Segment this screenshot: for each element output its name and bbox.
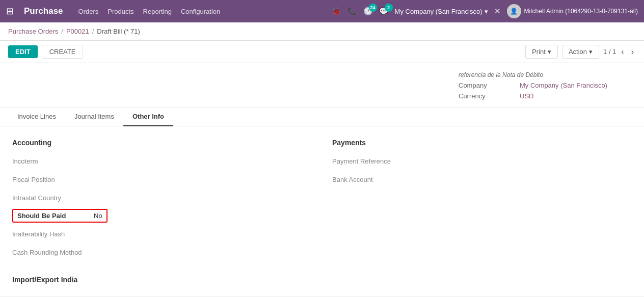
nav-configuration[interactable]: Configuration: [181, 8, 220, 15]
company-label: Company: [459, 82, 520, 89]
tab-journal-items[interactable]: Journal Items: [65, 107, 123, 126]
breadcrumb-sep-2: /: [92, 28, 94, 35]
currency-row: Currency USD: [459, 92, 632, 100]
pager: 1 / 1 ‹ ›: [603, 47, 636, 57]
tabs-bar: Invoice Lines Journal Items Other Info: [0, 107, 644, 126]
company-name: My Company (San Francisco): [395, 8, 482, 15]
fiscal-position-label: Fiscal Position: [12, 176, 94, 183]
chat-icon[interactable]: 💬 2: [379, 7, 389, 16]
nav-products[interactable]: Products: [108, 8, 133, 15]
info-right-panel: referencia de la Nota de Débito Company …: [459, 71, 632, 103]
intrastat-label: Intrastat Country: [12, 194, 94, 202]
pager-next[interactable]: ›: [629, 47, 636, 57]
clock-icon[interactable]: 🕐 24: [363, 7, 373, 16]
action-chevron-icon: ▾: [589, 48, 593, 56]
tab-other-info[interactable]: Other Info: [123, 107, 173, 126]
pager-count: 1 / 1: [603, 48, 616, 56]
nav-orders[interactable]: Orders: [78, 8, 99, 15]
cash-rounding-row: Cash Rounding Method: [12, 245, 312, 259]
incoterm-label: Incoterm: [12, 157, 94, 165]
action-button[interactable]: Action ▾: [562, 45, 599, 59]
print-label: Print: [532, 48, 546, 56]
print-chevron-icon: ▾: [548, 48, 551, 56]
breadcrumb-p00021[interactable]: P00021: [66, 28, 89, 35]
settings-icon[interactable]: ✕: [494, 7, 501, 16]
cash-rounding-label: Cash Rounding Method: [12, 249, 94, 256]
tab-invoice-lines[interactable]: Invoice Lines: [8, 107, 65, 126]
print-button[interactable]: Print ▾: [525, 45, 558, 59]
import-export-title: Import/Export India: [12, 272, 312, 284]
pager-prev[interactable]: ‹: [619, 47, 626, 57]
payment-reference-row: Payment Reference: [332, 154, 632, 168]
phone-icon[interactable]: 📞: [347, 7, 357, 16]
breadcrumb-sep-1: /: [61, 28, 63, 35]
nav-reporting[interactable]: Reporting: [143, 8, 172, 15]
company-row: Company My Company (San Francisco): [459, 82, 632, 89]
breadcrumb-purchase-orders[interactable]: Purchase Orders: [8, 28, 58, 35]
currency-label: Currency: [459, 92, 520, 100]
company-value[interactable]: My Company (San Francisco): [520, 82, 607, 89]
should-be-paid-field[interactable]: Should Be Paid No: [12, 209, 108, 223]
should-be-paid-label: Should Be Paid: [17, 212, 84, 220]
other-info-content: Accounting Incoterm Fiscal Position Intr…: [0, 126, 644, 296]
accounting-title: Accounting: [12, 139, 312, 147]
create-button[interactable]: CREATE: [42, 45, 84, 59]
action-label: Action: [569, 48, 587, 56]
app-name: Purchase: [24, 6, 63, 16]
nav-links: Orders Products Reporting Configuration: [78, 8, 221, 15]
incoterm-row: Incoterm: [12, 154, 312, 168]
company-selector[interactable]: My Company (San Francisco) ▾: [395, 8, 488, 15]
inalterability-row: Inalterability Hash: [12, 227, 312, 241]
user-name: Mitchell Admin (1064290-13-0-709131-all): [524, 8, 638, 15]
should-be-paid-value: No: [94, 212, 102, 220]
main-content: referencia de la Nota de Débito Company …: [0, 63, 644, 296]
breadcrumb: Purchase Orders / P00021 / Draft Bill (*…: [0, 22, 644, 41]
top-info-section: referencia de la Nota de Débito Company …: [0, 63, 644, 107]
payments-section: Payments Payment Reference Bank Account: [332, 139, 632, 284]
chat-badge: 2: [385, 4, 393, 12]
accounting-section: Accounting Incoterm Fiscal Position Intr…: [12, 139, 312, 284]
app-grid-icon[interactable]: ⊞: [6, 6, 14, 17]
bank-account-label: Bank Account: [332, 176, 414, 183]
top-icons: 🐞 📞 🕐 24 💬 2 My Company (San Francisco) …: [332, 4, 638, 18]
inalterability-label: Inalterability Hash: [12, 230, 94, 238]
payment-reference-label: Payment Reference: [332, 157, 414, 165]
toolbar: EDIT CREATE Print ▾ Action ▾ 1 / 1 ‹ ›: [0, 41, 644, 63]
clock-badge: 24: [369, 4, 377, 12]
avatar: 👤: [507, 4, 521, 18]
top-navigation: ⊞ Purchase Orders Products Reporting Con…: [0, 0, 644, 22]
two-column-layout: Accounting Incoterm Fiscal Position Intr…: [12, 139, 632, 284]
edit-button[interactable]: EDIT: [8, 45, 38, 58]
bank-account-row: Bank Account: [332, 172, 632, 186]
breadcrumb-current: Draft Bill (* 71): [97, 28, 140, 35]
currency-value[interactable]: USD: [520, 92, 533, 100]
company-chevron-icon: ▾: [485, 8, 488, 15]
bug-icon[interactable]: 🐞: [332, 7, 341, 16]
user-menu[interactable]: 👤 Mitchell Admin (1064290-13-0-709131-al…: [507, 4, 638, 18]
intrastat-row: Intrastat Country: [12, 191, 312, 205]
ref-text: referencia de la Nota de Débito: [459, 71, 632, 78]
payments-title: Payments: [332, 139, 632, 147]
fiscal-position-row: Fiscal Position: [12, 172, 312, 186]
